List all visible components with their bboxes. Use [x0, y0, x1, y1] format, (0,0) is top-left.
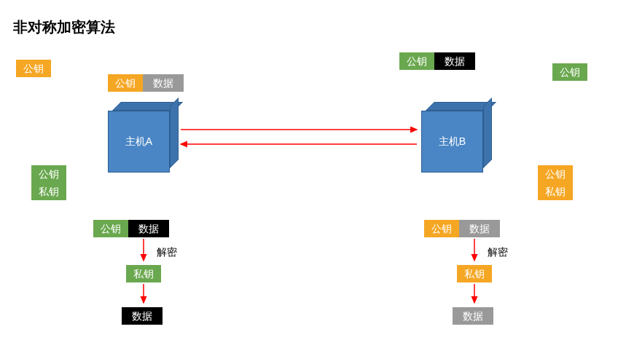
flow-a-data-out: 数据	[122, 307, 163, 325]
flow-b-data-in: 数据	[459, 220, 500, 237]
tag-pubkey-right: 公钥	[538, 165, 573, 183]
flow-a-privkey: 私钥	[126, 265, 161, 282]
tag-pubkey-farright: 公钥	[552, 63, 587, 81]
host-a-label: 主机A	[108, 111, 170, 173]
flow-b-decrypt-label: 解密	[488, 246, 508, 259]
tag-privkey-left: 私钥	[31, 183, 66, 200]
flow-b-privkey: 私钥	[457, 265, 492, 282]
flow-a-decrypt-label: 解密	[157, 246, 177, 259]
tag-pubkey-left: 公钥	[31, 165, 66, 183]
tag-pubkey-topleft: 公钥	[16, 60, 51, 77]
flow-b-data-out: 数据	[453, 307, 493, 325]
host-b-label: 主机B	[421, 111, 483, 173]
host-a-cube: 主机A	[108, 102, 177, 171]
flow-b-pubkey: 公钥	[424, 220, 459, 237]
host-b-cube: 主机B	[421, 102, 490, 171]
tag-data-above-a: 数据	[143, 74, 184, 92]
arrows-layer	[0, 0, 626, 364]
flow-a-pubkey: 公钥	[93, 220, 128, 237]
tag-pubkey-topright: 公钥	[399, 52, 434, 70]
flow-a-data-in: 数据	[128, 220, 169, 237]
tag-data-topright: 数据	[434, 52, 475, 70]
tag-pubkey-above-a: 公钥	[108, 74, 143, 92]
tag-privkey-right: 私钥	[538, 183, 573, 200]
diagram-title: 非对称加密算法	[13, 17, 115, 37]
